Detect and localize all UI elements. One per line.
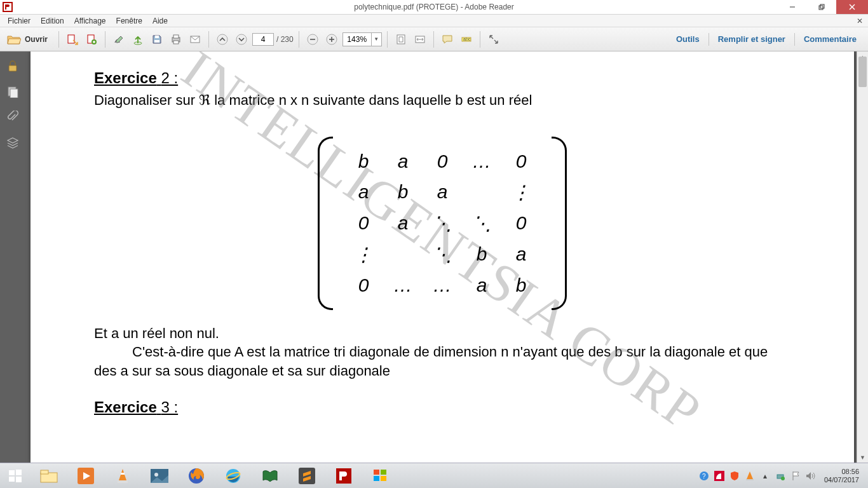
zoom-combo[interactable]: ▼ [342,32,382,46]
folder-open-icon [7,34,21,45]
close-button[interactable] [836,0,868,14]
zoom-dropdown-button[interactable]: ▼ [371,33,381,46]
exercice2-line1: Diagonaliser sur ℜ la matrice n x n suiv… [94,91,790,110]
tray-avira-icon[interactable] [714,470,725,482]
highlight-button[interactable]: abc [458,31,475,48]
save-button[interactable] [149,31,165,48]
tray-help-icon[interactable]: ? [698,470,710,482]
exercice2-line2: Et a un réel non nul. [94,324,790,343]
matrix: ba0…0aba⋮0a⋱⋱0⋮⋱ba0……ab [94,142,790,305]
menu-edition[interactable]: Edition [36,15,69,27]
exercice3-heading: Exercice 3 : [94,398,790,416]
task-wmplayer[interactable] [68,464,104,488]
svg-rect-36 [41,470,48,474]
svg-rect-57 [746,479,754,480]
fit-page-button[interactable] [393,31,409,48]
tray-volume-icon[interactable] [805,470,817,482]
svg-rect-7 [68,35,74,43]
comment-link[interactable]: Commentaire [796,30,864,48]
vertical-scrollbar[interactable]: ▲ ▼ [857,51,868,463]
attachments-panel-button[interactable] [4,109,21,125]
svg-rect-47 [299,468,315,484]
page-up-button[interactable] [214,31,231,48]
zoom-input[interactable] [343,35,371,44]
zoom-in-button[interactable] [323,31,340,48]
task-explorer[interactable] [31,464,67,488]
task-vlc[interactable] [105,464,140,488]
task-ie[interactable] [215,464,251,488]
tray-time: 08:56 [824,468,859,475]
tray-chevron-icon[interactable]: ▴ [759,470,771,482]
task-windows-flag[interactable] [363,464,398,488]
main-area: INTELLIGENTSIA CORP Exercice 2 : Diagona… [0,51,868,463]
tray-defender-icon[interactable] [729,470,740,482]
sidebar [0,51,25,463]
read-mode-button[interactable] [485,31,502,48]
svg-point-43 [154,473,158,477]
task-sublime[interactable] [289,464,325,488]
exercice2-line3: C'est-à-dire que A est la matrice tri di… [94,342,790,380]
create-pdf-button[interactable] [83,31,100,48]
start-button[interactable] [0,463,31,489]
tray-clock[interactable]: 08:56 04/07/2017 [820,468,863,483]
document-viewport[interactable]: INTELLIGENTSIA CORP Exercice 2 : Diagona… [25,51,868,463]
system-tray: ? ▴ 08:56 04/07/2017 [698,468,868,483]
scroll-thumb[interactable] [858,57,867,87]
menu-aide[interactable]: Aide [147,15,173,27]
page-total-label: / 230 [276,35,294,44]
menu-affichage[interactable]: Affichage [69,15,111,27]
minimize-button[interactable] [778,0,807,14]
svg-rect-28 [9,65,17,71]
svg-rect-33 [9,477,15,482]
svg-rect-52 [381,476,386,481]
page-down-button[interactable] [233,31,250,48]
zoom-out-button[interactable] [304,31,321,48]
toolbar: Ouvrir / 230 ▼ abc Outils Remplir et sig… [0,27,868,51]
thumbnails-panel-button[interactable] [4,83,21,100]
svg-text:abc: abc [463,37,471,41]
svg-rect-14 [173,35,179,38]
svg-text:?: ? [702,473,706,480]
svg-marker-56 [747,471,753,479]
sign-button[interactable] [111,31,127,48]
tray-vlc-icon[interactable] [744,470,756,482]
svg-rect-30 [10,89,18,98]
task-photo[interactable] [142,464,177,488]
print-button[interactable] [168,31,184,48]
titlebar: polytechnique.pdf (PROTEGE) - Adobe Read… [0,0,868,15]
scroll-down-button[interactable]: ▼ [857,452,868,463]
fill-sign-link[interactable]: Remplir et signer [710,30,793,48]
convert-pdf-button[interactable] [64,31,81,48]
tray-date: 04/07/2017 [824,476,859,484]
tools-link[interactable]: Outils [668,30,707,48]
open-button[interactable]: Ouvrir [4,30,53,48]
task-adobe-reader[interactable] [326,464,362,488]
layers-panel-button[interactable] [4,134,21,151]
pdf-page: INTELLIGENTSIA CORP Exercice 2 : Diagona… [31,51,854,463]
menubar: Fichier Edition Affichage Fenêtre Aide ✕ [0,15,868,27]
restore-button[interactable] [807,0,836,14]
menu-fichier[interactable]: Fichier [3,15,36,27]
tray-flag-icon[interactable] [790,470,801,482]
svg-point-59 [781,477,785,480]
tray-safely-remove-icon[interactable] [775,470,786,482]
svg-point-18 [236,34,247,44]
page-number-input[interactable] [252,33,274,46]
window-title: polytechnique.pdf (PROTEGE) - Adobe Read… [354,3,513,11]
svg-rect-31 [9,470,15,475]
svg-rect-34 [16,477,22,482]
svg-rect-11 [154,40,159,43]
menu-fenetre[interactable]: Fenêtre [111,15,147,27]
svg-rect-15 [173,41,179,44]
fit-width-button[interactable] [412,31,428,48]
menu-close-doc-button[interactable]: ✕ [854,17,865,25]
task-book[interactable] [252,464,288,488]
security-panel-button[interactable] [4,58,21,74]
comment-button[interactable] [439,31,456,48]
svg-point-17 [217,34,227,44]
email-button[interactable] [187,31,203,48]
share-button[interactable] [130,31,146,48]
taskbar: ? ▴ 08:56 04/07/2017 [0,463,868,488]
exercice2-heading: Exercice 2 : [94,69,790,87]
task-firefox[interactable] [179,464,214,488]
